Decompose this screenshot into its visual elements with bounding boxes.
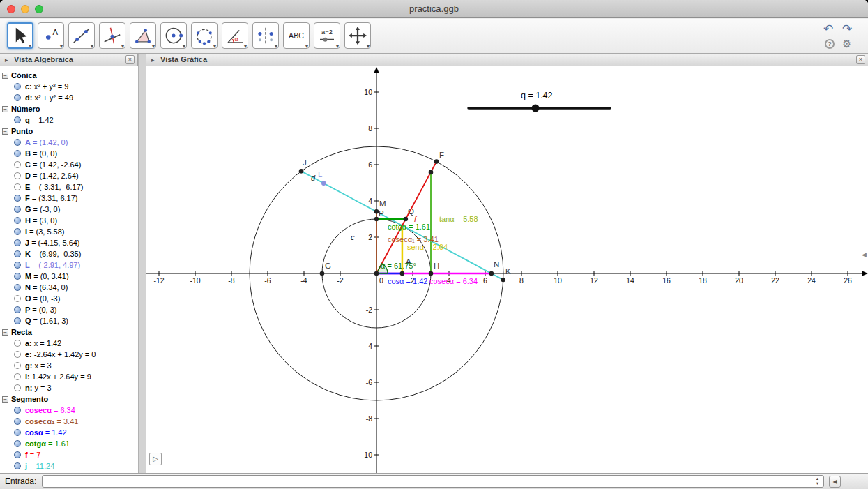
tool-dropdown-arrow-icon[interactable]: ▾ <box>183 43 185 50</box>
visibility-marble-icon[interactable] <box>14 183 21 190</box>
algebra-item-p[interactable]: P= (0, 3) <box>0 304 138 315</box>
algebra-group-n-mero[interactable]: −Número <box>0 103 138 114</box>
disclosure-triangle-icon[interactable]: ▸ <box>5 57 8 63</box>
visibility-marble-icon[interactable] <box>14 407 21 414</box>
tool-dropdown-arrow-icon[interactable]: ▾ <box>244 43 247 50</box>
algebra-item-q[interactable]: Q= (1.61, 3) <box>0 315 138 326</box>
gear-icon[interactable]: ⚙ <box>842 38 851 50</box>
visibility-marble-icon[interactable] <box>14 228 21 235</box>
title-bar[interactable]: practica.ggb <box>0 0 868 18</box>
graphics-view-canvas[interactable]: -12-10-8-6-4-22468101214161820222426-10-… <box>146 66 868 473</box>
visibility-marble-icon[interactable] <box>14 418 21 425</box>
input-history-stepper-icon[interactable]: ▲▼ <box>814 476 821 487</box>
algebra-item-m[interactable]: M= (0, 3.41) <box>0 271 138 282</box>
visibility-marble-icon[interactable] <box>14 150 21 157</box>
visibility-marble-icon[interactable] <box>14 262 21 269</box>
collapse-panel-right-icon[interactable]: ◀ <box>862 251 867 258</box>
algebra-item-q[interactable]: q= 1.42 <box>0 114 138 126</box>
polygon-tool[interactable]: ▾ <box>130 22 156 49</box>
tool-dropdown-arrow-icon[interactable]: ▾ <box>275 43 277 50</box>
algebra-item-c[interactable]: c:x² + y² = 9 <box>0 81 138 92</box>
visibility-marble-icon[interactable] <box>14 306 21 313</box>
algebra-item-b[interactable]: B= (0, 0) <box>0 148 138 159</box>
visibility-marble-icon[interactable] <box>14 429 21 436</box>
point-K[interactable] <box>501 278 505 283</box>
collapse-toggle-icon[interactable]: − <box>2 396 8 403</box>
point-A[interactable] <box>400 271 405 276</box>
point-N[interactable] <box>489 271 494 276</box>
move-view-tool[interactable]: ▾ <box>344 22 371 49</box>
algebra-item-h[interactable]: H= (3, 0) <box>0 215 138 226</box>
collapse-toggle-icon[interactable]: − <box>2 329 8 336</box>
circle-tool[interactable]: ▾ <box>160 22 187 49</box>
visibility-marble-icon[interactable] <box>14 340 21 347</box>
visibility-marble-icon[interactable] <box>14 317 21 324</box>
tool-dropdown-arrow-icon[interactable]: ▾ <box>91 43 93 50</box>
algebra-item-e[interactable]: e:-2.64x + 1.42y = 0 <box>0 349 138 360</box>
algebra-item-cos[interactable]: cosα= 1.42 <box>0 427 138 438</box>
algebra-item-e[interactable]: E= (-3.31, -6.17) <box>0 181 138 193</box>
algebra-item-j[interactable]: J= (-4.15, 5.64) <box>0 237 138 248</box>
panel-divider[interactable] <box>138 54 146 473</box>
algebra-item-k[interactable]: K= (6.99, -0.35) <box>0 248 138 259</box>
visibility-marble-icon[interactable] <box>14 83 21 90</box>
visibility-marble-icon[interactable] <box>14 139 21 146</box>
visibility-marble-icon[interactable] <box>14 273 21 280</box>
point-G[interactable] <box>320 271 325 276</box>
visibility-marble-icon[interactable] <box>14 206 21 213</box>
input-bar-side-button[interactable]: ◀ <box>829 476 841 488</box>
undo-arrow-icon[interactable]: ↶ <box>823 22 833 36</box>
point-tool[interactable]: A▾ <box>38 22 64 49</box>
question-icon[interactable]: ? <box>825 39 835 49</box>
move-tool[interactable]: ▾ <box>7 22 33 49</box>
visibility-marble-icon[interactable] <box>14 384 21 391</box>
visibility-marble-icon[interactable] <box>14 250 21 257</box>
visibility-marble-icon[interactable] <box>14 94 21 101</box>
algebra-item-i[interactable]: i:1.42x + 2.64y = 9 <box>0 371 138 382</box>
visibility-marble-icon[interactable] <box>14 161 21 168</box>
algebra-group-recta[interactable]: −Recta <box>0 326 138 338</box>
tool-dropdown-arrow-icon[interactable]: ▾ <box>213 43 216 50</box>
algebra-item-a[interactable]: A= (1.42, 0) <box>0 137 138 148</box>
collapse-toggle-icon[interactable]: − <box>2 73 8 79</box>
close-window-button[interactable] <box>7 5 15 13</box>
visibility-marble-icon[interactable] <box>14 239 21 246</box>
algebra-item-n[interactable]: n:y = 3 <box>0 382 138 393</box>
tool-dropdown-arrow-icon[interactable]: ▾ <box>60 43 63 50</box>
algebra-item-d[interactable]: D= (1.42, 2.64) <box>0 170 138 181</box>
algebra-item-cosec[interactable]: cosecα₁= 3.41 <box>0 416 138 427</box>
special-line-tool[interactable]: ▾ <box>99 22 125 49</box>
graphics-view-header[interactable]: ▸ Vista Gráfica × <box>146 54 868 66</box>
zoom-window-button[interactable] <box>35 5 43 13</box>
visibility-marble-icon[interactable] <box>14 284 21 291</box>
visibility-marble-icon[interactable] <box>14 373 21 380</box>
tool-dropdown-arrow-icon[interactable]: ▾ <box>305 43 308 50</box>
algebra-item-d[interactable]: d:x² + y² = 49 <box>0 92 138 103</box>
algebra-item-g[interactable]: G= (-3, 0) <box>0 204 138 215</box>
tool-dropdown-arrow-icon[interactable]: ▾ <box>29 43 31 49</box>
point-I[interactable] <box>429 170 434 175</box>
collapse-toggle-icon[interactable]: − <box>2 106 8 112</box>
slider-tool[interactable]: a=2▾ <box>314 22 340 49</box>
visibility-marble-icon[interactable] <box>14 195 21 202</box>
algebra-view-header[interactable]: ▸ Vista Algebraica × <box>0 54 138 66</box>
play-animation-button[interactable]: ▷ <box>149 453 162 465</box>
minimize-window-button[interactable] <box>21 5 29 13</box>
collapse-toggle-icon[interactable]: − <box>2 128 8 135</box>
algebra-group-segmento[interactable]: −Segmento <box>0 393 138 405</box>
algebra-item-a[interactable]: a:x = 1.42 <box>0 338 138 349</box>
tool-dropdown-arrow-icon[interactable]: ▾ <box>336 43 339 50</box>
visibility-marble-icon[interactable] <box>14 462 21 469</box>
visibility-marble-icon[interactable] <box>14 217 21 224</box>
algebra-item-c[interactable]: C= (1.42, -2.64) <box>0 159 138 170</box>
tool-dropdown-arrow-icon[interactable]: ▾ <box>152 43 155 50</box>
text-tool[interactable]: ABC▾ <box>283 22 310 49</box>
point-F[interactable] <box>434 159 439 164</box>
redo-arrow-icon[interactable]: ↷ <box>842 22 852 36</box>
algebra-item-cotg[interactable]: cotgα= 1.61 <box>0 438 138 449</box>
tool-dropdown-arrow-icon[interactable]: ▾ <box>367 43 370 50</box>
angle-tool[interactable]: α▾ <box>222 22 248 49</box>
close-graphics-view-icon[interactable]: × <box>856 55 865 64</box>
command-input[interactable] <box>43 477 823 488</box>
algebra-item-j[interactable]: j= 11.24 <box>0 460 138 472</box>
